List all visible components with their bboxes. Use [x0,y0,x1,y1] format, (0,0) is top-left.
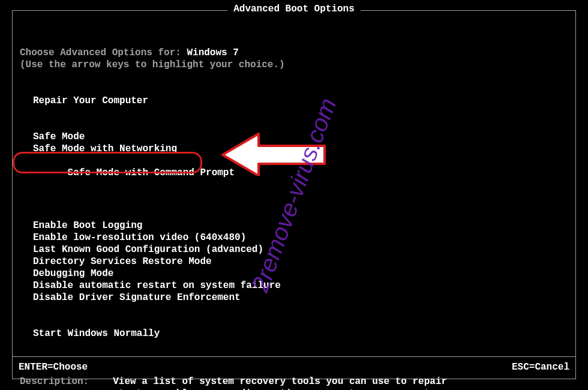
menu-item-disable-driver-sig[interactable]: Disable Driver Signature Enforcement [20,292,568,304]
boot-options-screen: Advanced Boot Options Choose Advanced Op… [12,10,576,379]
menu-item-debugging[interactable]: Debugging Mode [20,268,568,280]
intro-os: Windows 7 [187,47,238,58]
menu-item-disable-auto-restart[interactable]: Disable automatic restart on system fail… [20,280,568,292]
menu-item-ds-restore[interactable]: Directory Services Restore Mode [20,256,568,268]
footer-enter: ENTER=Choose [19,362,88,373]
menu-item-safe-mode[interactable]: Safe Mode [20,131,568,143]
menu-item-safe-mode-networking[interactable]: Safe Mode with Networking [20,143,568,155]
description-body: View a list of system recovery tools you… [113,376,461,390]
intro-line: Choose Advanced Options for: Windows 7 [20,47,568,59]
intro-label: Choose Advanced Options for: [20,47,187,58]
description-row: Description: View a list of system recov… [20,376,568,390]
description-label: Description: [20,376,113,390]
footer-bar: ENTER=Choose ESC=Cancel [13,356,575,373]
menu-item-start-normally[interactable]: Start Windows Normally [20,328,568,340]
menu-item-repair[interactable]: Repair Your Computer [20,95,568,107]
content-area: Choose Advanced Options for: Windows 7 (… [13,11,575,390]
menu-item-safe-mode-cmd[interactable]: Safe Mode with Command Prompt [20,155,235,203]
footer-esc: ESC=Cancel [512,362,569,373]
menu-item-boot-logging[interactable]: Enable Boot Logging [20,220,568,232]
hint-line: (Use the arrow keys to highlight your ch… [20,59,568,71]
menu-item-safe-mode-cmd-label: Safe Mode with Command Prompt [68,167,235,178]
menu-item-low-res-video[interactable]: Enable low-resolution video (640x480) [20,232,568,244]
menu-item-last-known-good[interactable]: Last Known Good Configuration (advanced) [20,244,568,256]
